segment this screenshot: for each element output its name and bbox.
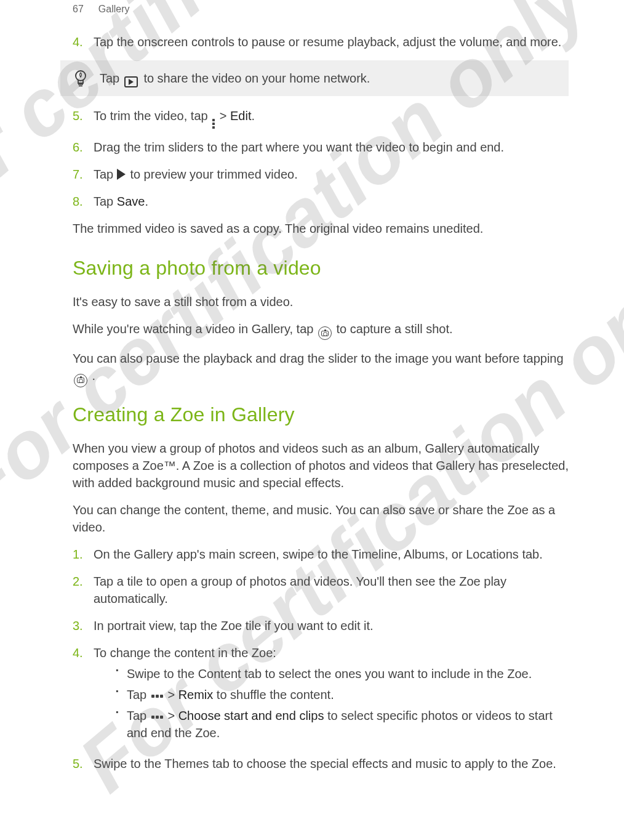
step-number: 3. (73, 617, 94, 634)
zoe-bullet-3: Tap > Choose start and end clips to sele… (116, 707, 569, 741)
lightbulb-icon (73, 69, 89, 87)
zoe-step-2: 2. Tap a tile to open a group of photos … (73, 573, 569, 607)
zoe-step-1: 1. On the Gallery app's main screen, swi… (73, 546, 569, 563)
step-text: Drag the trim sliders to the part where … (94, 139, 569, 156)
tip-text: Tap to share the video on your home netw… (100, 70, 370, 87)
tip-before: Tap (100, 71, 123, 85)
step-number: 5. (73, 107, 94, 124)
step-number: 7. (73, 166, 94, 183)
saving-p2: While you're watching a video in Gallery… (73, 320, 569, 341)
play-icon (117, 169, 126, 180)
step-number: 6. (73, 139, 94, 156)
heading-saving-photo: Saving a photo from a video (73, 254, 569, 282)
step-number: 8. (73, 193, 94, 210)
section-title: Gallery (98, 4, 130, 15)
step-text: To trim the video, tap > Edit. (94, 107, 569, 129)
menu-horizontal-icon (151, 716, 163, 719)
menu-vertical-icon (212, 119, 215, 129)
step-7: 7. Tap to preview your trimmed video. (73, 166, 569, 183)
trim-steps-continued: 4. Tap the onscreen controls to pause or… (73, 33, 569, 50)
saving-p1: It's easy to save a still shot from a vi… (73, 293, 569, 310)
step-8: 8. Tap Save. (73, 193, 569, 210)
tip-box: Tap to share the video on your home netw… (60, 60, 569, 96)
menu-horizontal-icon (151, 695, 163, 698)
step-text: On the Gallery app's main screen, swipe … (94, 546, 569, 563)
step-text: Swipe to the Themes tab to choose the sp… (94, 755, 569, 772)
zoe-step-4: 4. To change the content in the Zoe: Swi… (73, 644, 569, 745)
trim-note: The trimmed video is saved as a copy. Th… (73, 220, 569, 237)
heading-zoe: Creating a Zoe in Gallery (73, 401, 569, 429)
zoe-p2: You can change the content, theme, and m… (73, 501, 569, 536)
zoe-bullet-2: Tap > Remix to shuffle the content. (116, 686, 569, 703)
zoe-step-5: 5. Swipe to the Themes tab to choose the… (73, 755, 569, 772)
step-text: Tap the onscreen controls to pause or re… (94, 33, 569, 50)
step-text: Tap Save. (94, 193, 569, 210)
step-number: 4. (73, 33, 94, 50)
trim-steps-5-8: 5. To trim the video, tap > Edit. 6. Dra… (73, 107, 569, 210)
step-number: 2. (73, 573, 94, 590)
saving-p3: You can also pause the playback and drag… (73, 350, 569, 387)
step-number: 5. (73, 755, 94, 772)
tip-after: to share the video on your home network. (143, 71, 370, 85)
step-5: 5. To trim the video, tap > Edit. (73, 107, 569, 129)
zoe-bullet-1: Swipe to the Content tab to select the o… (116, 665, 569, 682)
page-header: 67 Gallery (0, 0, 624, 15)
page-number: 67 (73, 4, 84, 15)
share-network-icon (124, 76, 138, 87)
step-text: In portrait view, tap the Zoe tile if yo… (94, 617, 569, 634)
page-content: 4. Tap the onscreen controls to pause or… (0, 15, 624, 772)
camera-icon (318, 326, 332, 340)
step-6: 6. Drag the trim sliders to the part whe… (73, 139, 569, 156)
zoe-step-3: 3. In portrait view, tap the Zoe tile if… (73, 617, 569, 634)
zoe-steps: 1. On the Gallery app's main screen, swi… (73, 546, 569, 772)
camera-icon (74, 374, 87, 387)
svg-point-0 (76, 71, 86, 81)
step-number: 4. (73, 644, 94, 661)
step-text: Tap a tile to open a group of photos and… (94, 573, 569, 607)
zoe-substeps: Swipe to the Content tab to select the o… (116, 665, 569, 741)
step-4: 4. Tap the onscreen controls to pause or… (73, 33, 569, 50)
step-text: To change the content in the Zoe: Swipe … (94, 644, 569, 745)
step-number: 1. (73, 546, 94, 563)
zoe-p1: When you view a group of photos and vide… (73, 440, 569, 491)
step-text: Tap to preview your trimmed video. (94, 166, 569, 183)
